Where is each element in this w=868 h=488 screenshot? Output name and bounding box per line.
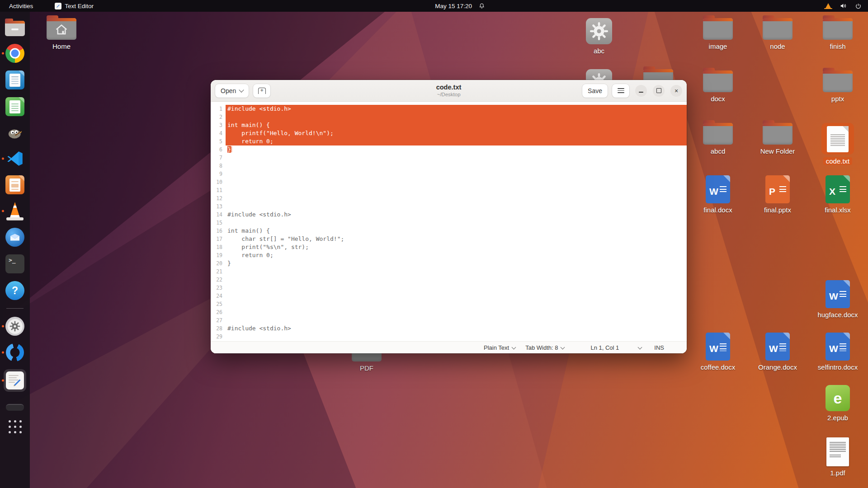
document-title: code.txt: [436, 83, 462, 91]
desktop-icon-hugface-docx[interactable]: Whugface.docx: [816, 280, 859, 319]
tab-width-label: Tab Width: 8: [525, 344, 558, 351]
files-icon: [5, 21, 25, 36]
text-editor-content[interactable]: 1#include <stdio.h>23int main() {4 print…: [211, 102, 687, 353]
dock-item-thunderbird[interactable]: [0, 228, 30, 247]
line-number: 27: [211, 316, 226, 324]
save-button[interactable]: Save: [582, 84, 608, 98]
desktop-icon-1-pdf[interactable]: 1.pdf: [816, 437, 859, 477]
dock-item-software-updater[interactable]: [0, 343, 30, 361]
code-line-26[interactable]: 26: [211, 308, 687, 316]
code-line-22[interactable]: 22: [211, 276, 687, 284]
desktop-icon-selfintro-docx[interactable]: Wselfintro.docx: [816, 333, 859, 371]
dock-item-libreoffice-calc[interactable]: [0, 97, 30, 116]
volume-icon[interactable]: [840, 2, 847, 9]
code-line-14[interactable]: 14#include <stdio.h>: [211, 211, 687, 219]
code-line-25[interactable]: 25: [211, 300, 687, 308]
dock-item-libreoffice-impress[interactable]: [0, 175, 30, 194]
desktop-icon-label: finish: [830, 42, 845, 50]
code-line-21[interactable]: 21: [211, 267, 687, 276]
dock-item-libreoffice-writer[interactable]: [0, 70, 30, 89]
vlc-tray-icon[interactable]: [825, 3, 831, 9]
dock-item-settings[interactable]: [0, 317, 30, 336]
word-file-icon: W: [826, 333, 850, 361]
code-line-3[interactable]: 3int main() {: [211, 121, 687, 129]
code-line-10[interactable]: 10: [211, 178, 687, 186]
line-text: #include <stdio.h>: [226, 211, 687, 219]
close-button[interactable]: ×: [670, 85, 682, 97]
desktop-icon-pptx[interactable]: pptx: [816, 70, 859, 103]
desktop-icon-label: abcd: [711, 147, 726, 155]
code-line-28[interactable]: 28#include <stdio.h>: [211, 324, 687, 333]
goto-line-dropdown[interactable]: [635, 346, 642, 350]
code-line-7[interactable]: 7: [211, 154, 687, 162]
code-line-24[interactable]: 24: [211, 292, 687, 300]
line-number: 5: [211, 137, 226, 145]
code-line-2[interactable]: 2: [211, 113, 687, 121]
code-line-13[interactable]: 13: [211, 202, 687, 211]
dock-item-vscode[interactable]: [0, 150, 30, 168]
code-line-5[interactable]: 5 return 0;: [211, 137, 687, 145]
vlc-icon: [6, 202, 24, 220]
desktop-icon-coffee-docx[interactable]: Wcoffee.docx: [696, 333, 740, 371]
dock-item-vlc[interactable]: [0, 202, 30, 220]
desktop-icon-final-docx[interactable]: Wfinal.docx: [696, 175, 740, 214]
dock-item-gimp[interactable]: [0, 124, 30, 142]
dock-item-chrome[interactable]: [0, 44, 30, 63]
code-line-6[interactable]: 6}: [211, 145, 687, 154]
code-line-23[interactable]: 23: [211, 284, 687, 292]
desktop-icon-abc[interactable]: abc: [577, 18, 621, 55]
minimize-button[interactable]: [635, 85, 647, 97]
code-line-19[interactable]: 19 return 0;: [211, 251, 687, 259]
activities-button[interactable]: Activities: [0, 0, 42, 12]
desktop-icon-code-txt[interactable]: code.txt: [816, 123, 859, 165]
cursor-position[interactable]: Ln 1, Col 1: [590, 344, 619, 351]
tab-width-selector[interactable]: Tab Width: 8: [525, 344, 564, 351]
dock-item-text-editor[interactable]: [0, 369, 30, 392]
top-bar: Activities Text Editor May 15 17:20: [0, 0, 868, 12]
desktop-icon-finish[interactable]: finish: [816, 18, 859, 50]
text-editor-window: Open + code.txt ~/Desktop Save ×: [211, 80, 687, 353]
code-line-20[interactable]: 20}: [211, 259, 687, 267]
code-line-9[interactable]: 9: [211, 170, 687, 178]
close-icon: ×: [675, 87, 678, 94]
code-line-29[interactable]: 29: [211, 333, 687, 341]
power-icon[interactable]: [855, 3, 862, 9]
desktop-icon-image[interactable]: image: [696, 18, 740, 50]
code-line-4[interactable]: 4 printf("Hello, World!\n");: [211, 129, 687, 137]
new-tab-button[interactable]: +: [253, 84, 270, 98]
language-selector[interactable]: Plain Text: [484, 344, 515, 351]
desktop-icon-orange-docx[interactable]: WOrange.docx: [756, 333, 799, 371]
open-button[interactable]: Open: [215, 84, 249, 98]
desktop-icon-abcd[interactable]: abcd: [696, 123, 740, 155]
desktop-icon-new-folder[interactable]: New Folder: [756, 123, 799, 155]
code-line-27[interactable]: 27: [211, 316, 687, 324]
code-line-16[interactable]: 16int main() {: [211, 227, 687, 235]
line-number: 17: [211, 235, 226, 243]
dock-item-files[interactable]: [0, 18, 30, 36]
code-line-8[interactable]: 8: [211, 162, 687, 170]
desktop-icon-final-xlsx[interactable]: Xfinal.xlsx: [816, 175, 859, 214]
code-line-12[interactable]: 12: [211, 194, 687, 202]
focused-app-indicator[interactable]: Text Editor: [55, 3, 94, 9]
code-line-17[interactable]: 17 char str[] = "Hello, World!";: [211, 235, 687, 243]
desktop-icon-2-epub[interactable]: e2.epub: [816, 385, 859, 422]
dock-item-terminal[interactable]: >_: [0, 254, 30, 273]
code-line-11[interactable]: 11: [211, 186, 687, 194]
code-line-15[interactable]: 15: [211, 219, 687, 227]
line-number: 24: [211, 292, 226, 300]
dock-item-show-apps[interactable]: [0, 418, 30, 433]
thunderbird-icon: [5, 228, 24, 247]
line-text: char str[] = "Hello, World!";: [226, 235, 687, 243]
dock-item-help[interactable]: ?: [0, 281, 30, 300]
desktop-icon-home[interactable]: Home: [40, 18, 83, 50]
code-line-1[interactable]: 1#include <stdio.h>: [211, 105, 687, 113]
desktop-icon-node[interactable]: node: [756, 18, 799, 50]
line-text: [226, 316, 687, 324]
code-line-18[interactable]: 18 print("%s\n", str);: [211, 243, 687, 251]
maximize-button[interactable]: [653, 85, 665, 97]
dock-item-dark-pill[interactable]: [0, 399, 30, 411]
desktop-icon-docx[interactable]: docx: [696, 70, 740, 103]
desktop-icon-final-pptx[interactable]: Pfinal.pptx: [756, 175, 799, 214]
clock-widget[interactable]: May 15 17:20: [435, 3, 485, 9]
menu-button[interactable]: [612, 84, 629, 98]
